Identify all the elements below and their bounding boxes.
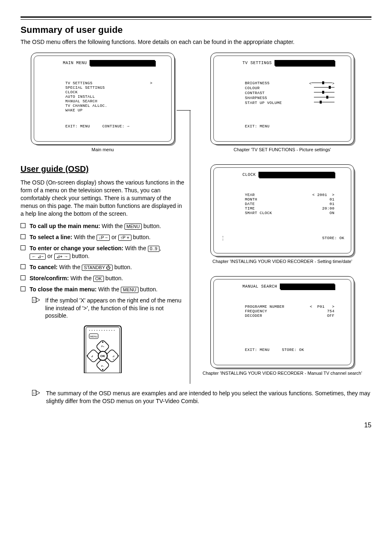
column-divider (190, 110, 190, 384)
help-exit: EXIT: MENU (65, 124, 90, 129)
note-block: i If the symbol 'X' appears on the right… (32, 297, 185, 320)
instruction-list: To call up the main menu: With the MENU … (21, 222, 185, 293)
menu-key: MENU (125, 224, 142, 230)
svg-text:MENU: MENU (90, 335, 97, 338)
p-plus-key: ↑P + (118, 235, 131, 241)
osd-title: TV SETTINGS (242, 60, 273, 66)
note-text: If the symbol 'X' appears on the right e… (45, 297, 185, 320)
checkbox-icon (21, 264, 25, 269)
bold-label: To close the main menu: (30, 286, 97, 293)
ok-key: OK (93, 276, 104, 282)
svg-text:+: + (113, 358, 114, 360)
setting-label: BRIGHTNESS (245, 81, 270, 86)
info-arrow-icon: i (32, 390, 40, 396)
remote-icon: MENU OK P+ P− (80, 324, 125, 373)
tv-settings-screen: TV SETTINGS BRIGHTNESS<> COLOUR CONTRAST… (210, 53, 354, 145)
clock-screen: CLOCK YEAR< 2001 > MONTH01 DATE01 TIME20… (210, 164, 354, 256)
intro-paragraph: The OSD menu offers the following functi… (21, 39, 371, 45)
svg-text:P+: P+ (101, 345, 104, 348)
help-continue: CONTINUE: → (102, 124, 129, 129)
osd-title: CLOCK (242, 172, 257, 178)
svg-text:i: i (33, 391, 35, 395)
osd-title: MANUAL SEARCH (242, 284, 278, 289)
two-column-layout: MAIN MENU TV SETTINGS> SPECIAL SETTINGS … (21, 53, 371, 384)
footer-note: i The summary of the OSD menus are examp… (32, 390, 371, 405)
menu-item: WAKE UP (65, 108, 83, 113)
help-exit: EXIT: MENU (245, 348, 270, 352)
clock-label: SMART CLOCK (245, 211, 272, 216)
slider-icon (314, 91, 334, 96)
menu-key: MENU (121, 287, 138, 293)
section-title: Summary of user guide (21, 25, 371, 35)
slider-icon (314, 96, 334, 101)
standby-key: STANDBY ⏻ (82, 265, 113, 271)
page-number: 15 (21, 422, 371, 429)
vol-minus-key: ← ⊿− (30, 254, 46, 260)
checkbox-icon (21, 245, 25, 250)
osd-title-bar (258, 172, 334, 178)
manual-search-screen: MANUAL SEARCH PROGRAMME NUMBER< P01 > FR… (210, 276, 354, 368)
clock-value: ON (330, 211, 334, 216)
menu-item: MANUAL SEARCH (65, 99, 97, 104)
instruction-item: To close the main menu: With the MENU bu… (21, 286, 185, 293)
caption-clock: Chapter 'INSTALLING YOUR VIDEO RECORDER … (193, 259, 371, 264)
instruction-item: To call up the main menu: With the MENU … (21, 222, 185, 230)
setting-label: START UP VOLUME (245, 101, 282, 106)
checkbox-icon (21, 223, 25, 228)
setting-label: COLOUR (245, 86, 260, 91)
checkbox-icon (21, 286, 25, 291)
svg-text:i: i (33, 298, 35, 302)
bold-label: Store/confirm: (30, 275, 69, 281)
instruction-item: To select a line: With the ↓P − or ↑P + … (21, 233, 185, 241)
bold-label: To enter or change your selection: (30, 245, 123, 251)
osd-title-bar (280, 284, 334, 289)
slider-icon (314, 86, 334, 91)
slider-arrows: <> (309, 81, 334, 86)
digits-key: 0..9 (148, 246, 159, 252)
menu-marker: > (150, 81, 152, 86)
svg-text:P−: P− (101, 365, 104, 367)
bold-label: To select a line: (30, 234, 72, 240)
subheading: User guide (OSD) (21, 164, 185, 174)
instruction-item: Store/confirm: With the OK button. (21, 274, 185, 282)
left-column: MAIN MENU TV SETTINGS> SPECIAL SETTINGS … (21, 53, 185, 384)
checkbox-icon (21, 234, 25, 239)
caption-manual-search: Chapter 'INSTALLING YOUR VIDEO RECORDER … (193, 371, 371, 376)
help-store: STORE: OK (322, 236, 344, 240)
help-store: STORE: OK (282, 348, 304, 352)
osd-title: MAIN MENU (63, 60, 88, 66)
setting-label: SHARPNESS (245, 96, 267, 101)
p-minus-key: ↓P − (97, 235, 110, 241)
instruction-item: To cancel: With the STANDBY ⏻ button. (21, 263, 185, 271)
caption-tv-settings: Chapter 'TV SET FUNCTIONS - Picture sett… (193, 147, 371, 152)
vol-plus-key: ⊿+ → (54, 254, 70, 260)
caption-main-menu: Main menu (21, 147, 185, 152)
bold-label: To cancel: (30, 264, 58, 270)
bold-label: To call up the main menu: (30, 223, 100, 229)
right-column: TV SETTINGS BRIGHTNESS<> COLOUR CONTRAST… (193, 53, 371, 384)
help-exit: EXIT: MENU (245, 124, 270, 129)
search-value: OFF (327, 314, 334, 318)
osd-paragraph: The OSD (On-screen display) shows the va… (21, 179, 185, 217)
checkbox-icon (21, 275, 25, 280)
osd-title-bar (90, 60, 155, 66)
instruction-item: To enter or change your selection: With … (21, 244, 185, 260)
main-menu-screen: MAIN MENU TV SETTINGS> SPECIAL SETTINGS … (31, 53, 175, 145)
search-label: DECODER (245, 314, 262, 318)
svg-text:−: − (91, 358, 93, 360)
info-arrow-icon: i (32, 297, 40, 303)
connector-line (177, 110, 191, 111)
setting-label: CONTRAST (245, 91, 265, 96)
svg-text:⊿: ⊿ (91, 355, 93, 357)
osd-title-bar (274, 60, 334, 66)
menu-item: TV CHANNEL ALLOC. (65, 104, 107, 108)
rule-thick (21, 16, 371, 18)
up-down-arrows-icon: ↑↓ (222, 236, 224, 240)
svg-text:OK: OK (100, 354, 105, 358)
svg-text:⊿: ⊿ (112, 355, 115, 357)
footer-note-text: The summary of the OSD menus are example… (46, 390, 371, 405)
remote-illustration: MENU OK P+ P− (21, 324, 185, 374)
rule-thin (21, 19, 371, 20)
slider-icon (314, 101, 334, 106)
